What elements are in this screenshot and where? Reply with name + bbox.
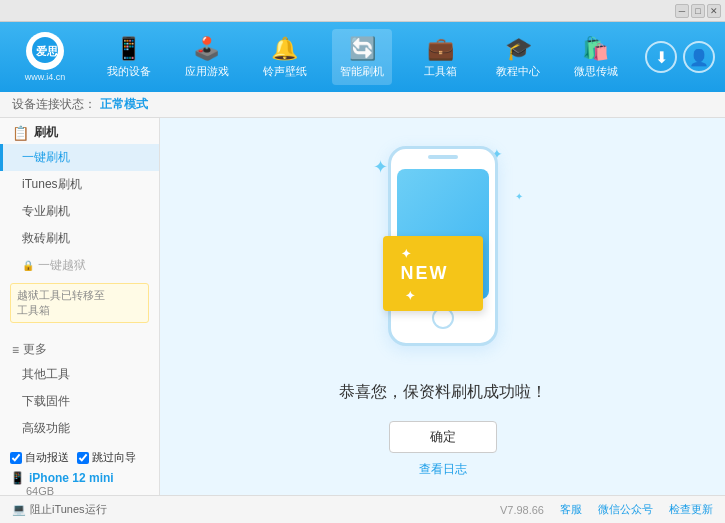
itunes-block-label[interactable]: 阻止iTunes运行 — [30, 502, 107, 517]
tutorials-label: 教程中心 — [496, 64, 540, 79]
device-storage: 64GB — [26, 485, 149, 495]
title-bar: ─ □ ✕ — [0, 0, 725, 22]
footer: 💻 阻止iTunes运行 V7.98.66 客服 微信公众号 检查更新 — [0, 495, 725, 523]
auto-report-checkbox-label[interactable]: 自动报送 — [10, 450, 69, 465]
nav-tutorials[interactable]: 🎓 教程中心 — [488, 29, 548, 85]
phone-illustration: ✦ ✦ ✦ NEW — [343, 136, 543, 366]
minimize-btn[interactable]: ─ — [675, 4, 689, 18]
my-device-label: 我的设备 — [107, 64, 151, 79]
sparkle-3: ✦ — [515, 191, 523, 202]
status-value: 正常模式 — [100, 96, 148, 113]
user-btn[interactable]: 👤 — [683, 41, 715, 73]
auto-report-label: 自动报送 — [25, 450, 69, 465]
nav-toolbox[interactable]: 💼 工具箱 — [410, 29, 470, 85]
main-layout: 📋 刷机 一键刷机 iTunes刷机 专业刷机 救砖刷机 🔒 一键越狱 越狱工具… — [0, 118, 725, 495]
jailbreak-note-text: 越狱工具已转移至工具箱 — [17, 289, 105, 316]
close-btn[interactable]: ✕ — [707, 4, 721, 18]
svg-text:爱思: 爱思 — [36, 45, 59, 57]
nav-wechat-mall[interactable]: 🛍️ 微思传城 — [566, 29, 626, 85]
sidebar-item-onekey-flash[interactable]: 一键刷机 — [0, 144, 159, 171]
sidebar-item-download-firmware[interactable]: 下载固件 — [0, 388, 159, 415]
brick-flash-label: 救砖刷机 — [22, 231, 70, 245]
sidebar: 📋 刷机 一键刷机 iTunes刷机 专业刷机 救砖刷机 🔒 一键越狱 越狱工具… — [0, 118, 160, 495]
retry-link[interactable]: 查看日志 — [419, 461, 467, 478]
device-icon: 📱 — [10, 471, 25, 485]
logo-url: www.i4.cn — [25, 72, 66, 82]
more-label: 更多 — [23, 341, 47, 358]
success-text: 恭喜您，保资料刷机成功啦！ — [339, 382, 547, 403]
device-name: 📱 iPhone 12 mini — [10, 471, 149, 485]
nav-bar: 📱 我的设备 🕹️ 应用游戏 🔔 铃声壁纸 🔄 智能刷机 💼 工具箱 🎓 教程中… — [90, 29, 635, 85]
device-name-text: iPhone 12 mini — [29, 471, 114, 485]
more-icon: ≡ — [12, 343, 19, 357]
new-badge: NEW — [383, 236, 483, 311]
sidebar-item-brick-flash[interactable]: 救砖刷机 — [0, 225, 159, 252]
header: 爱思 www.i4.cn 📱 我的设备 🕹️ 应用游戏 🔔 铃声壁纸 🔄 智能刷… — [0, 22, 725, 92]
sidebar-item-other-tools[interactable]: 其他工具 — [0, 361, 159, 388]
skip-guide-label: 跳过向导 — [92, 450, 136, 465]
confirm-button[interactable]: 确定 — [389, 421, 497, 453]
tutorials-icon: 🎓 — [505, 36, 532, 62]
maximize-btn[interactable]: □ — [691, 4, 705, 18]
smart-shop-label: 智能刷机 — [340, 64, 384, 79]
logo-area: 爱思 www.i4.cn — [10, 32, 80, 82]
smart-shop-icon: 🔄 — [349, 36, 376, 62]
skip-guide-checkbox-label[interactable]: 跳过向导 — [77, 450, 136, 465]
logo-circle: 爱思 — [26, 32, 64, 70]
flash-section-label: 刷机 — [34, 124, 58, 141]
sidebar-more-header: ≡ 更多 — [0, 335, 159, 361]
apps-games-label: 应用游戏 — [185, 64, 229, 79]
nav-smart-shop[interactable]: 🔄 智能刷机 — [332, 29, 392, 85]
check-update-link[interactable]: 检查更新 — [669, 502, 713, 517]
nav-apps-games[interactable]: 🕹️ 应用游戏 — [177, 29, 237, 85]
jailbreak-note: 越狱工具已转移至工具箱 — [10, 283, 149, 323]
nav-my-device[interactable]: 📱 我的设备 — [99, 29, 159, 85]
device-checkbox-row: 自动报送 跳过向导 — [10, 450, 149, 465]
skip-guide-checkbox[interactable] — [77, 452, 89, 464]
auto-report-checkbox[interactable] — [10, 452, 22, 464]
nav-ringtones[interactable]: 🔔 铃声壁纸 — [255, 29, 315, 85]
jailbreak-label: 一键越狱 — [38, 257, 86, 274]
wechat-public-link[interactable]: 微信公众号 — [598, 502, 653, 517]
ringtones-icon: 🔔 — [271, 36, 298, 62]
sidebar-section-flash: 📋 刷机 — [0, 118, 159, 144]
status-label: 设备连接状态： — [12, 96, 96, 113]
toolbox-icon: 💼 — [427, 36, 454, 62]
itunes-block-icon: 💻 — [12, 503, 26, 516]
footer-left: 💻 阻止iTunes运行 — [12, 502, 107, 517]
sidebar-item-pro-flash[interactable]: 专业刷机 — [0, 198, 159, 225]
logo-icon: 爱思 — [31, 36, 59, 67]
onekey-flash-label: 一键刷机 — [22, 150, 70, 164]
main-content: ✦ ✦ ✦ NEW 恭喜您，保资料刷机成功啦！ 确定 查看日志 — [160, 118, 725, 495]
my-device-icon: 📱 — [115, 36, 142, 62]
advanced-label: 高级功能 — [22, 421, 70, 435]
other-tools-label: 其他工具 — [22, 367, 70, 381]
toolbox-label: 工具箱 — [424, 64, 457, 79]
wechat-mall-icon: 🛍️ — [582, 36, 609, 62]
footer-right: V7.98.66 客服 微信公众号 检查更新 — [500, 502, 713, 517]
sparkle-1: ✦ — [373, 156, 388, 178]
sidebar-footer: 自动报送 跳过向导 📱 iPhone 12 mini 64GB Down-12m… — [0, 442, 159, 495]
customer-service-link[interactable]: 客服 — [560, 502, 582, 517]
sidebar-item-advanced[interactable]: 高级功能 — [0, 415, 159, 442]
sidebar-item-itunes-flash[interactable]: iTunes刷机 — [0, 171, 159, 198]
wechat-mall-label: 微思传城 — [574, 64, 618, 79]
download-firmware-label: 下载固件 — [22, 394, 70, 408]
lock-icon: 🔒 — [22, 260, 34, 271]
ringtones-label: 铃声壁纸 — [263, 64, 307, 79]
version-text: V7.98.66 — [500, 504, 544, 516]
device-info: 📱 iPhone 12 mini 64GB Down-12mini-13,1 — [10, 471, 149, 495]
itunes-flash-label: iTunes刷机 — [22, 177, 82, 191]
status-bar: 设备连接状态： 正常模式 — [0, 92, 725, 118]
pro-flash-label: 专业刷机 — [22, 204, 70, 218]
flash-section-icon: 📋 — [12, 125, 29, 141]
download-btn[interactable]: ⬇ — [645, 41, 677, 73]
header-right: ⬇ 👤 — [645, 41, 715, 73]
apps-games-icon: 🕹️ — [193, 36, 220, 62]
new-badge-text: NEW — [401, 263, 449, 283]
sidebar-item-jailbreak: 🔒 一键越狱 — [0, 252, 159, 279]
